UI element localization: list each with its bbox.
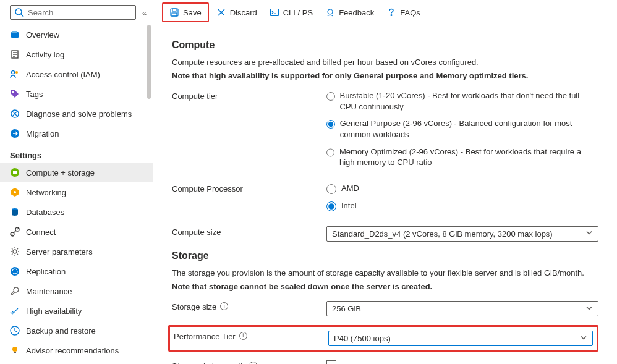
activity-icon	[10, 49, 20, 59]
ha-icon	[10, 306, 20, 316]
svg-point-8	[12, 71, 15, 74]
compute-size-label: Compute size	[172, 227, 221, 237]
sidebar-scrollbar[interactable]	[145, 0, 153, 364]
save-icon	[169, 7, 179, 17]
sidebar-item-label: Maintenance	[26, 287, 72, 296]
sidebar-item-migration[interactable]: Migration	[0, 124, 153, 143]
sidebar-item-label: Connect	[26, 227, 56, 237]
overview-icon	[10, 30, 20, 40]
faqs-button[interactable]: FAQs	[381, 5, 425, 20]
svg-line-1	[21, 14, 23, 17]
save-label: Save	[183, 8, 202, 17]
compute-tier-radio[interactable]	[326, 119, 335, 129]
info-icon[interactable]: i	[239, 332, 247, 340]
search-input[interactable]	[28, 8, 132, 17]
compute-processor-options: AMDIntel	[326, 183, 598, 218]
chevron-down-icon	[580, 334, 587, 343]
chevron-down-icon	[585, 229, 593, 239]
compute-processor-radio[interactable]	[326, 201, 336, 211]
compute-processor-radio[interactable]	[326, 184, 336, 194]
sidebar-item-label: Server parameters	[26, 247, 93, 256]
compute-tier-label: Compute tier	[172, 91, 218, 101]
svg-rect-23	[14, 352, 16, 353]
storage-size-label: Storage size	[172, 302, 216, 311]
discard-button[interactable]: Discard	[211, 5, 262, 20]
sidebar-item-label: Backup and restore	[26, 326, 96, 336]
sidebar-item-maintenance[interactable]: Maintenance	[0, 281, 153, 301]
backup-icon	[10, 326, 20, 336]
compute-processor-option[interactable]: Intel	[326, 200, 598, 211]
compute-tier-radio-label: Memory Optimized (2-96 vCores) - Best fo…	[339, 146, 598, 168]
svg-point-30	[328, 9, 333, 14]
sidebar-item-server-parameters[interactable]: Server parameters	[0, 242, 153, 261]
compute-processor-radio-label: Intel	[341, 200, 357, 211]
svg-point-19	[13, 250, 17, 253]
svg-rect-14	[13, 171, 17, 174]
compute-desc-1: Compute resources are pre-allocated and …	[172, 57, 598, 68]
svg-rect-25	[172, 9, 176, 11]
sidebar-item-tags[interactable]: Tags	[0, 84, 153, 104]
storage-autogrowth-checkbox[interactable]	[326, 360, 336, 364]
compute-tier-option[interactable]: General Purpose (2-96 vCores) - Balanced…	[326, 118, 598, 140]
sidebar-item-replication[interactable]: Replication	[0, 261, 153, 281]
cli-icon	[270, 7, 279, 17]
search-icon	[14, 7, 24, 17]
info-icon[interactable]: i	[220, 302, 228, 310]
sidebar-item-label: Networking	[26, 188, 66, 197]
faqs-icon	[386, 7, 396, 17]
sidebar-item-compute-storage[interactable]: Compute + storage	[0, 163, 153, 182]
feedback-button[interactable]: Feedback	[320, 5, 379, 20]
compute-tier-radio-label: General Purpose (2-96 vCores) - Balanced…	[340, 118, 598, 140]
sidebar-item-databases[interactable]: Databases	[0, 202, 153, 222]
storage-heading: Storage	[172, 250, 598, 261]
save-button[interactable]: Save	[164, 5, 206, 20]
sidebar-item-label: Migration	[26, 129, 59, 138]
sidebar-item-overview[interactable]: Overview	[0, 25, 153, 44]
svg-rect-3	[12, 31, 17, 33]
sidebar-item-label: Tags	[26, 90, 43, 99]
sidebar-item-label: Replication	[26, 267, 66, 276]
chevron-down-icon	[585, 304, 593, 313]
compute-processor-option[interactable]: AMD	[326, 183, 598, 194]
sidebar-item-backup-and-restore[interactable]: Backup and restore	[0, 321, 153, 341]
performance-tier-label: Performance Tier	[174, 332, 236, 341]
svg-point-15	[14, 191, 16, 193]
compute-tier-option[interactable]: Burstable (1-20 vCores) - Best for workl…	[326, 90, 598, 112]
svg-rect-29	[270, 9, 278, 16]
sidebar-item-advisor-recommendations[interactable]: Advisor recommendations	[0, 341, 153, 360]
storage-size-select[interactable]: 256 GiB	[326, 301, 598, 316]
performance-tier-select[interactable]: P40 (7500 iops)	[328, 331, 593, 346]
sidebar-item-access-control-iam[interactable]: Access control (IAM)	[0, 64, 153, 84]
sidebar-item-networking[interactable]: Networking	[0, 182, 153, 202]
sidebar-item-high-availability[interactable]: High availability	[0, 301, 153, 321]
storage-autogrowth-label: Storage Auto-growth	[172, 362, 245, 364]
svg-rect-2	[11, 32, 19, 38]
compute-processor-radio-label: AMD	[341, 183, 359, 194]
access-icon	[10, 69, 20, 79]
compute-tier-option[interactable]: Memory Optimized (2-96 vCores) - Best fo…	[326, 146, 598, 168]
sidebar-item-connect[interactable]: Connect	[0, 222, 153, 242]
discard-label: Discard	[230, 8, 257, 17]
tags-icon	[10, 89, 20, 99]
info-icon[interactable]: i	[249, 362, 257, 364]
svg-point-22	[12, 347, 17, 352]
compute-heading: Compute	[172, 40, 598, 51]
storage-desc-2: Note that storage cannot be scaled down …	[172, 282, 432, 291]
sidebar-item-diagnose-and-solve-problems[interactable]: Diagnose and solve problems	[0, 104, 153, 124]
svg-point-31	[391, 15, 392, 16]
main-panel: Save Discard CLI / PS Feedback FAQs	[153, 0, 617, 364]
cli-button[interactable]: CLI / PS	[265, 5, 318, 20]
sidebar-item-activity-log[interactable]: Activity log	[0, 44, 153, 64]
svg-rect-26	[172, 13, 177, 16]
advisor-icon	[10, 345, 20, 355]
compute-tier-radio[interactable]	[326, 91, 335, 101]
storage-size-value: 256 GiB	[332, 304, 361, 313]
save-highlight: Save	[162, 2, 209, 22]
diagnose-icon	[10, 109, 20, 119]
compute-tier-radio[interactable]	[326, 148, 334, 158]
compute-processor-label: Compute Processor	[172, 184, 243, 193]
svg-point-9	[15, 71, 18, 74]
search-box[interactable]	[10, 5, 136, 20]
compute-size-select[interactable]: Standard_D2ds_v4 (2 vCores, 8 GiB memory…	[326, 226, 598, 242]
storage-desc-1: The storage you provision is the amount …	[172, 268, 598, 279]
